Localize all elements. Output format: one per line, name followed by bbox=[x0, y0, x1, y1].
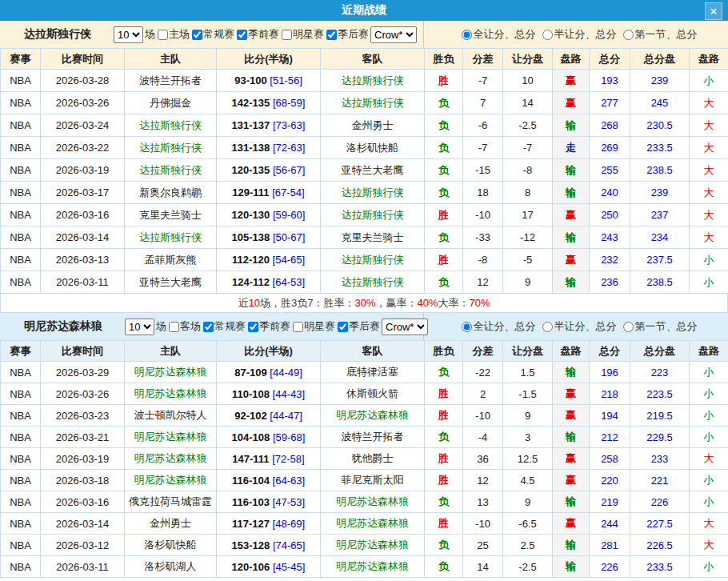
handicap-result-cell: 赢 bbox=[553, 448, 590, 470]
market-radio[interactable] bbox=[462, 322, 472, 332]
filter-checkbox[interactable] bbox=[237, 30, 247, 40]
filter-checkbox[interactable] bbox=[203, 322, 214, 332]
market-radio[interactable] bbox=[623, 322, 634, 332]
result-cell: 胜 bbox=[425, 470, 463, 491]
final-score: 147-111 bbox=[232, 453, 269, 465]
half-score: [72-63] bbox=[273, 142, 305, 154]
date-cell: 2026-03-13 bbox=[41, 249, 125, 271]
handicap-cell: 4.5 bbox=[503, 470, 553, 491]
point-diff-cell: 7 bbox=[463, 92, 503, 114]
total-points-cell: 236 bbox=[590, 271, 630, 294]
total-line-cell: 238.5 bbox=[630, 271, 690, 294]
table-row: NBA2026-03-16俄克拉荷马城雷霆116-103 [47-53]明尼苏达… bbox=[1, 491, 728, 513]
total-line-cell: 226.5 bbox=[630, 535, 690, 556]
filter-checkbox[interactable] bbox=[192, 30, 202, 40]
filter-checkbox[interactable] bbox=[248, 322, 258, 332]
filter-checkbox[interactable] bbox=[293, 322, 303, 332]
column-header: 比赛时间 bbox=[41, 341, 125, 362]
handicap-cell: -5 bbox=[503, 249, 553, 271]
filter-checkbox[interactable] bbox=[169, 322, 179, 332]
handicap-cell: -6.5 bbox=[503, 513, 553, 535]
column-header: 总分 bbox=[590, 341, 630, 362]
point-diff-cell: 2 bbox=[463, 383, 503, 405]
date-cell: 2026-03-18 bbox=[41, 470, 125, 491]
market-radio-label: 半让分、总分 bbox=[554, 319, 617, 334]
league-cell: NBA bbox=[1, 182, 41, 204]
summary-segment: 30% bbox=[354, 297, 375, 309]
point-diff-cell: 14 bbox=[463, 556, 503, 578]
odds-source-select[interactable]: Crow* bbox=[382, 319, 428, 335]
market-radio[interactable] bbox=[462, 30, 472, 40]
date-cell: 2026-03-17 bbox=[41, 182, 125, 204]
handicap-cell: 8 bbox=[503, 182, 553, 204]
table-row: NBA2026-03-11亚特兰大老鹰124-112 [64-53]达拉斯独行侠… bbox=[1, 271, 728, 294]
league-cell: NBA bbox=[1, 226, 41, 249]
score-cell: 93-100 [51-56] bbox=[217, 70, 321, 92]
home-team-cell: 克里夫兰骑士 bbox=[125, 204, 217, 226]
odds-source-select[interactable]: Crow* bbox=[370, 26, 417, 43]
games-count-select[interactable]: 10 bbox=[125, 319, 154, 335]
league-cell: NBA bbox=[1, 204, 41, 226]
column-header: 赛事 bbox=[1, 49, 41, 70]
result-cell: 胜 bbox=[425, 249, 463, 271]
date-cell: 2026-03-11 bbox=[41, 556, 125, 578]
column-header: 客队 bbox=[321, 341, 425, 362]
point-diff-cell: 18 bbox=[463, 182, 503, 204]
over-under-cell: 小 bbox=[690, 470, 728, 491]
table-row: NBA2026-03-29明尼苏达森林狼87-109 [44-49]底特律活塞负… bbox=[1, 362, 728, 383]
table-row: NBA2026-03-21明尼苏达森林狼104-108 [59-68]波特兰开拓… bbox=[1, 427, 728, 448]
handicap-result-cell: 赢 bbox=[553, 513, 590, 535]
market-radio[interactable] bbox=[623, 30, 634, 40]
score-cell: 131-138 [72-63] bbox=[217, 137, 321, 159]
filter-checkbox[interactable] bbox=[282, 30, 292, 40]
date-cell: 2026-03-12 bbox=[41, 535, 125, 556]
away-team-cell: 休斯顿火箭 bbox=[321, 383, 425, 405]
total-points-cell: 193 bbox=[590, 70, 630, 92]
result-cell: 负 bbox=[425, 182, 463, 204]
column-header: 总分盘 bbox=[630, 341, 690, 362]
filter-checkbox[interactable] bbox=[326, 30, 337, 40]
filter-checkbox[interactable] bbox=[158, 30, 168, 40]
final-score: 131-138 bbox=[232, 142, 270, 154]
column-header: 让分盘 bbox=[503, 341, 553, 362]
point-diff-cell: -7 bbox=[463, 70, 503, 92]
market-radio[interactable] bbox=[542, 322, 553, 332]
filter-left-group: 达拉斯独行侠10场主场常规赛季前赛明星赛季后赛Crow* bbox=[0, 21, 424, 48]
column-header: 主队 bbox=[125, 49, 217, 70]
column-header: 盘路 bbox=[553, 341, 590, 362]
point-diff-cell: -10 bbox=[463, 204, 503, 226]
market-radio[interactable] bbox=[542, 30, 553, 40]
handicap-cell: -12 bbox=[503, 226, 553, 249]
home-team-cell: 明尼苏达森林狼 bbox=[125, 448, 217, 470]
home-team-cell: 丹佛掘金 bbox=[125, 92, 217, 114]
away-team-cell: 洛杉矶快船 bbox=[321, 137, 425, 159]
result-cell: 负 bbox=[425, 427, 463, 448]
point-diff-cell: -4 bbox=[463, 427, 503, 448]
total-line-cell: 245 bbox=[630, 92, 690, 114]
total-line-cell: 223 bbox=[630, 362, 690, 383]
summary-segment: 大率： bbox=[438, 296, 469, 311]
date-cell: 2026-03-23 bbox=[41, 405, 125, 427]
result-cell: 负 bbox=[425, 491, 463, 513]
total-points-cell: 240 bbox=[590, 182, 630, 204]
final-score: 87-109 bbox=[234, 367, 266, 379]
results-table: 赛事比赛时间主队比分(半场)客队胜负分差让分盘盘路总分总分盘盘路NBA2026-… bbox=[0, 48, 728, 294]
table-row: NBA2026-03-16克里夫兰骑士120-130 [59-60]达拉斯独行侠… bbox=[1, 204, 728, 226]
final-score: 117-127 bbox=[232, 518, 270, 530]
date-cell: 2026-03-16 bbox=[41, 204, 125, 226]
point-diff-cell: -10 bbox=[463, 405, 503, 427]
team-name: 明尼苏达森林狼 bbox=[24, 319, 102, 334]
over-under-cell: 小 bbox=[690, 271, 728, 294]
point-diff-cell: 36 bbox=[463, 448, 503, 470]
games-count-select[interactable]: 10 bbox=[114, 26, 143, 43]
filter-checkbox-label: 季前赛 bbox=[248, 27, 279, 42]
column-header: 客队 bbox=[321, 49, 425, 70]
close-button[interactable]: ✕ bbox=[705, 2, 722, 20]
score-cell: 120-130 [59-60] bbox=[217, 204, 321, 226]
away-team-cell: 达拉斯独行侠 bbox=[321, 70, 425, 92]
summary-segment: 10 bbox=[248, 297, 259, 309]
filter-checkbox[interactable] bbox=[338, 322, 348, 332]
result-cell: 负 bbox=[425, 92, 463, 114]
league-cell: NBA bbox=[1, 137, 41, 159]
summary-segment: ，赢率： bbox=[375, 296, 417, 311]
